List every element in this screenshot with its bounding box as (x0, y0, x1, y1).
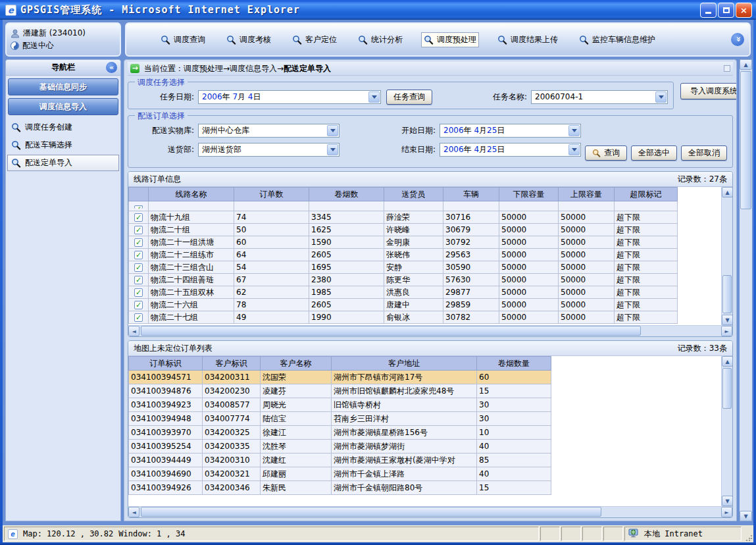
row-checkbox[interactable]: ✓ (129, 211, 149, 224)
nav-item-result-upload[interactable]: 调度结果上传 (495, 32, 561, 47)
chevron-down-icon[interactable] (327, 125, 338, 136)
scrollbar-thumb[interactable] (141, 326, 641, 336)
maximize-button[interactable] (718, 3, 734, 18)
table-row[interactable]: 034100395254034200335沈胜琴湖州市菱湖镇梦湖街40 (129, 440, 551, 454)
table-row[interactable]: ✓物流二十组501625许晓峰306795000050000超下限 (129, 224, 678, 236)
table-row[interactable]: ✓物流二十七组491990俞银冰307825000050000超下限 (129, 311, 678, 324)
column-header[interactable]: 客户标识 (203, 357, 261, 371)
column-header[interactable]: 上限容量 (559, 188, 615, 201)
column-header[interactable]: 卷烟数量 (477, 357, 551, 371)
nav-item-dispatch-preprocess[interactable]: 调度预处理 (421, 32, 479, 47)
column-header[interactable]: 线路名称 (149, 188, 234, 201)
scroll-up-icon[interactable]: ▲ (722, 356, 732, 367)
sidebar-group-base-sync[interactable]: 基础信息同步 (8, 78, 118, 95)
task-date-select[interactable]: 2006年 7月 4日 (198, 90, 381, 104)
table-cell: 物流二十五组双林 (149, 286, 234, 299)
table-row[interactable]: ✓物流二十六组782605唐建中298595000050000超下限 (129, 299, 678, 311)
column-header[interactable]: 车辆 (443, 188, 499, 201)
table-row[interactable]: ✓物流十九组743345薛淦荣307165000050000超下限 (129, 211, 678, 224)
table-row[interactable]: ✓物流二十三组含山541695安静305905000050000超下限 (129, 261, 678, 274)
row-checkbox[interactable]: ✓ (129, 249, 149, 261)
collapse-panel-button[interactable] (724, 65, 730, 72)
column-header[interactable]: 下限容量 (499, 188, 559, 201)
table-cell: 湖州市菱湖镇王家墩村(菱湖中学对 (332, 454, 477, 467)
table-row[interactable]: 034100393970034200325徐建江湖州市菱湖镇星桥路156号10 (129, 426, 551, 440)
chevron-down-icon[interactable] (568, 144, 580, 155)
sidebar-group-dispatch-import[interactable]: 调度信息导入 (8, 98, 118, 115)
chevron-left-icon[interactable]: « (106, 62, 117, 73)
vertical-scrollbar[interactable]: ▲ ▼ (721, 187, 732, 325)
page-scrollbar[interactable]: ▲ ▼ (740, 59, 752, 521)
table-row[interactable]: 034100394690034200321邱建丽湖州市千金镇上泽路40 (129, 467, 551, 481)
end-date-select[interactable]: 2006年 4月25日 (440, 143, 581, 157)
table-row[interactable]: 034100394571034200311沈国荣湖州市下昂镇市河路17号60 (129, 371, 551, 384)
close-button[interactable]: × (736, 3, 752, 18)
scroll-up-icon[interactable]: ▲ (722, 187, 732, 197)
table-row[interactable]: 034100394876034200230凌建芬湖州市旧馆镇麒麟村北凌家兜48号… (129, 384, 551, 398)
resize-grip[interactable] (743, 527, 752, 541)
scroll-right-icon[interactable]: ► (721, 507, 732, 517)
column-header[interactable]: 超限标记 (615, 188, 678, 201)
sidebar-item-task-create[interactable]: 调度任务创建 (7, 119, 119, 136)
minimize-button[interactable] (700, 3, 717, 18)
column-header[interactable]: 送货员 (384, 188, 443, 201)
scroll-right-icon[interactable]: ► (721, 326, 732, 336)
table-cell: 034200310 (203, 454, 261, 467)
query-button[interactable]: 查询 (585, 145, 627, 161)
scroll-left-icon[interactable]: ◄ (128, 507, 139, 517)
table-row[interactable]: ✓物流二十五组双林621985洪惠良298775000050000超下限 (129, 286, 678, 299)
warehouse-select[interactable]: 湖州中心仓库 (198, 124, 340, 138)
nav-item-statistics[interactable]: 统计分析 (355, 32, 405, 47)
scroll-up-icon[interactable]: ▲ (740, 59, 752, 70)
sidebar-item-order-import[interactable]: 配送定单导入 (7, 155, 119, 171)
chevron-down-icon[interactable] (327, 144, 338, 155)
sidebar-item-vehicle-select[interactable]: 配送车辆选择 (7, 137, 119, 153)
table-row[interactable]: 034100394926034200346朱新民湖州市千金镇朝阳路80号15 (129, 481, 551, 495)
table-row[interactable]: 034100394923034008577周晓光旧馆镇寺桥村30 (129, 398, 551, 412)
row-checkbox[interactable]: ✓ (129, 274, 149, 286)
table-row[interactable]: ✓物流二十一组洪塘601590金明康307925000050000超下限 (129, 236, 678, 249)
nav-item-dispatch-assess[interactable]: 调度考核 (224, 32, 274, 47)
horizontal-scrollbar[interactable]: ◄ ► (128, 325, 732, 336)
column-header[interactable]: 客户地址 (332, 357, 477, 371)
task-name-select[interactable]: 20060704-1 (531, 90, 668, 104)
task-query-button[interactable]: 任务查询 (386, 90, 432, 105)
table-row[interactable]: ✓物流二十四组善琏672380陈更华576305000050000超下限 (129, 274, 678, 286)
scrollbar-thumb[interactable] (740, 71, 751, 209)
column-header[interactable]: 订单数 (234, 188, 309, 201)
horizontal-scrollbar[interactable]: ◄ ► (128, 506, 732, 517)
import-dispatch-button[interactable]: 导入调度系统 (680, 83, 737, 99)
column-header[interactable]: 订单标识 (129, 357, 203, 371)
scrollbar-thumb[interactable] (722, 368, 732, 409)
table-row[interactable]: ✓物流二十二组练市642605张晓伟295635000050000超下限 (129, 249, 678, 261)
table-row[interactable]: 034100394449034200310沈建红湖州市菱湖镇王家墩村(菱湖中学对… (129, 454, 551, 467)
row-checkbox[interactable]: ✓ (129, 236, 149, 249)
chevron-down-icon[interactable] (568, 125, 580, 136)
table-row[interactable]: 034100394948034007774陆信宝苕南乡三田洋村30 (129, 412, 551, 426)
select-all-button[interactable]: 全部选中 (631, 145, 677, 161)
column-header[interactable]: 卷烟数 (309, 188, 384, 201)
nav-item-customer-locate[interactable]: 客户定位 (290, 32, 340, 47)
row-checkbox[interactable]: ✓ (129, 299, 149, 311)
row-checkbox[interactable]: ✓ (129, 224, 149, 236)
scrollbar-thumb[interactable] (141, 507, 601, 517)
row-checkbox[interactable]: ✓ (129, 261, 149, 274)
vertical-scrollbar[interactable]: ▲ ▼ (721, 356, 732, 506)
nav-item-dispatch-query[interactable]: 调度查询 (158, 32, 208, 47)
column-header-checkbox[interactable] (129, 188, 149, 201)
delivery-dept-select[interactable]: 湖州送货部 (198, 143, 340, 157)
scroll-down-icon[interactable]: ▼ (722, 315, 732, 325)
scroll-left-icon[interactable]: ◄ (128, 326, 139, 336)
chevron-down-icon[interactable] (655, 91, 667, 103)
scrollbar-thumb[interactable] (722, 275, 732, 313)
start-date-select[interactable]: 2006年 4月25日 (440, 124, 581, 138)
scroll-down-icon[interactable]: ▼ (740, 511, 752, 521)
nav-item-vehicle-maintain[interactable]: 监控车辆信息维护 (576, 32, 658, 47)
chevron-down-icon[interactable]: « (731, 33, 744, 46)
deselect-all-button[interactable]: 全部取消 (681, 145, 727, 161)
row-checkbox[interactable]: ✓ (129, 286, 149, 299)
column-header[interactable]: 客户名称 (261, 357, 332, 371)
row-checkbox[interactable]: ✓ (129, 311, 149, 324)
chevron-down-icon[interactable] (368, 91, 380, 103)
scroll-down-icon[interactable]: ▼ (722, 496, 732, 506)
